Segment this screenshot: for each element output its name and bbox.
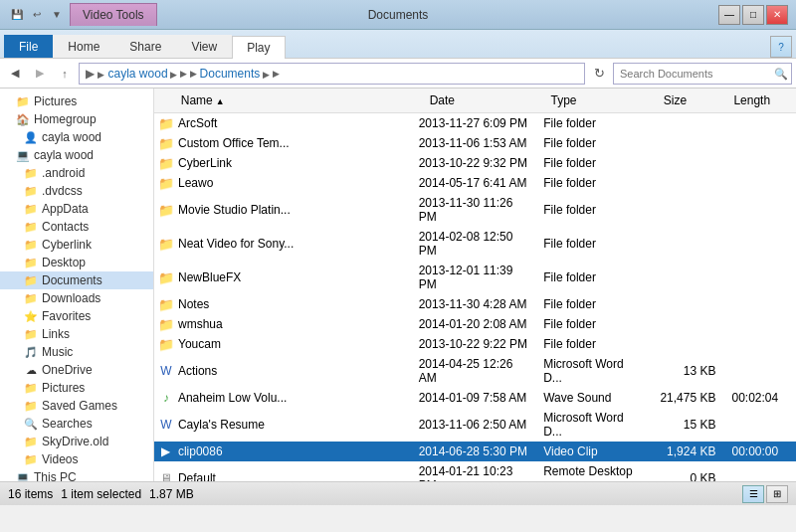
file-date: 2014-02-08 12:50 PM	[411, 228, 536, 260]
file-type: File folder	[535, 235, 652, 253]
sidebar-item-downloads[interactable]: 📁 Downloads	[0, 289, 153, 307]
back-button[interactable]: ◀	[4, 63, 26, 85]
col-header-date[interactable]: Date	[422, 90, 543, 110]
sidebar-label-cayla-computer: cayla wood	[34, 148, 94, 162]
path-cayla-wood[interactable]: cayla wood	[108, 67, 178, 81]
file-type: File folder	[535, 114, 652, 132]
user-icon: 👤	[24, 131, 38, 144]
tab-share[interactable]: Share	[114, 35, 176, 58]
sidebar-item-android[interactable]: 📁 .android	[0, 164, 153, 182]
search-input[interactable]	[613, 63, 792, 85]
table-row[interactable]: 📁 CyberLink 2013-10-22 9:32 PM File fold…	[154, 153, 796, 173]
large-icons-view-button[interactable]: ⊞	[766, 485, 788, 503]
file-type: File folder	[535, 154, 652, 172]
table-row[interactable]: ♪ Anaheim Low Volu... 2014-01-09 7:58 AM…	[154, 388, 796, 408]
file-name: Anaheim Low Volu...	[174, 389, 411, 407]
help-button[interactable]: ?	[770, 36, 792, 58]
col-header-size[interactable]: Size	[656, 90, 726, 110]
sidebar-item-onedrive[interactable]: ☁ OneDrive	[0, 361, 153, 379]
sidebar-item-skydrive[interactable]: 📁 SkyDrive.old	[0, 433, 153, 450]
table-row[interactable]: 📁 Notes 2013-11-30 4:28 AM File folder	[154, 294, 796, 314]
file-type: File folder	[535, 174, 652, 192]
qa-btn-2[interactable]: ↩	[28, 6, 46, 24]
sidebar-label-contacts: Contacts	[42, 220, 89, 234]
folder-icon: 📁	[24, 382, 38, 395]
file-size	[652, 161, 724, 165]
table-row[interactable]: W Actions 2014-04-25 12:26 AM Microsoft …	[154, 354, 796, 388]
onedrive-icon: ☁	[24, 364, 38, 377]
file-type: Remote Desktop ...	[535, 462, 652, 481]
table-row[interactable]: 📁 Leawo 2014-05-17 6:41 AM File folder	[154, 173, 796, 193]
file-size: 13 KB	[652, 362, 724, 380]
sidebar-item-cyberlink[interactable]: 📁 Cyberlink	[0, 236, 153, 254]
file-length	[723, 302, 796, 306]
tab-play[interactable]: Play	[232, 36, 285, 59]
table-row[interactable]: 📁 ArcSoft 2013-11-27 6:09 PM File folder	[154, 113, 796, 133]
folder-icon: 📁	[24, 400, 38, 413]
minimize-button[interactable]: —	[718, 5, 740, 25]
table-row[interactable]: 📁 Movie Studio Platin... 2013-11-30 11:2…	[154, 193, 796, 227]
table-row[interactable]: W Cayla's Resume 2013-11-06 2:50 AM Micr…	[154, 408, 796, 442]
sidebar-item-this-pc[interactable]: 💻 This PC	[0, 468, 153, 481]
refresh-button[interactable]: ↻	[588, 63, 610, 85]
sidebar-item-pictures-top[interactable]: 📁 Pictures	[0, 92, 153, 110]
sidebar-label-links: Links	[42, 327, 70, 341]
sidebar-label-this-pc: This PC	[34, 470, 77, 481]
close-button[interactable]: ✕	[766, 5, 788, 25]
file-name: CyberLink	[174, 154, 411, 172]
qa-btn-3[interactable]: ▼	[48, 6, 66, 24]
details-view-button[interactable]: ☰	[742, 485, 764, 503]
col-header-name[interactable]: Name▲	[173, 90, 422, 110]
up-button[interactable]: ↑	[54, 63, 76, 85]
sidebar-item-pictures[interactable]: 📁 Pictures	[0, 379, 153, 397]
sidebar-item-contacts[interactable]: 📁 Contacts	[0, 218, 153, 236]
sidebar-item-links[interactable]: 📁 Links	[0, 325, 153, 343]
sidebar-label-music: Music	[42, 345, 73, 359]
sidebar-item-dvdcss[interactable]: 📁 .dvdcss	[0, 182, 153, 200]
tab-home[interactable]: Home	[53, 35, 114, 58]
folder-icon: 📁	[24, 167, 38, 180]
table-row[interactable]: 📁 NewBlueFX 2013-12-01 11:39 PM File fol…	[154, 261, 796, 294]
file-date: 2013-11-06 2:50 AM	[411, 416, 536, 434]
file-date: 2014-04-25 12:26 AM	[411, 355, 536, 387]
table-row[interactable]: 📁 wmshua 2014-01-20 2:08 AM File folder	[154, 314, 796, 334]
title-bar: 💾 ↩ ▼ Video Tools Documents — □ ✕	[0, 0, 796, 30]
sidebar-item-saved-games[interactable]: 📁 Saved Games	[0, 397, 153, 415]
file-date: 2013-11-27 6:09 PM	[411, 114, 536, 132]
sidebar-item-searches[interactable]: 🔍 Searches	[0, 415, 153, 433]
table-row[interactable]: 🖥 Default 2014-01-21 10:23 PM Remote Des…	[154, 461, 796, 481]
folder-icon: 📁	[24, 328, 38, 341]
file-name: ArcSoft	[174, 114, 411, 132]
folder-icon: 📁	[24, 221, 38, 234]
qa-btn-1[interactable]: 💾	[8, 6, 26, 24]
path-documents[interactable]: Documents	[200, 67, 270, 81]
sidebar-item-cayla-computer[interactable]: 💻 cayla wood	[0, 146, 153, 164]
table-row[interactable]: 📁 Youcam 2013-10-22 9:22 PM File folder	[154, 334, 796, 354]
sidebar-item-music[interactable]: 🎵 Music	[0, 343, 153, 361]
file-type: File folder	[535, 315, 652, 333]
col-header-type[interactable]: Type	[542, 90, 655, 110]
file-type: Microsoft Word D...	[535, 355, 652, 387]
forward-button[interactable]: ▶	[29, 63, 51, 85]
sidebar-item-cayla-user[interactable]: 👤 cayla wood	[0, 128, 153, 146]
sidebar-item-documents[interactable]: 📁 Documents	[0, 271, 153, 289]
video-icon: ▶	[158, 444, 174, 458]
sidebar-item-homegroup[interactable]: 🏠 Homegroup	[0, 110, 153, 128]
folder-icon: 📁	[158, 297, 174, 312]
sidebar-item-desktop[interactable]: 📁 Desktop	[0, 254, 153, 271]
tab-view[interactable]: View	[176, 35, 232, 58]
file-type: File folder	[535, 295, 652, 313]
folder-icon: 📁	[24, 203, 38, 216]
table-row[interactable]: ▶ clip0086 2014-06-28 5:30 PM Video Clip…	[154, 442, 796, 461]
table-row[interactable]: 📁 Neat Video for Sony... 2014-02-08 12:5…	[154, 227, 796, 261]
sidebar-item-favorites[interactable]: ⭐ Favorites	[0, 307, 153, 325]
tab-file[interactable]: File	[4, 35, 53, 58]
sidebar-item-appdata[interactable]: 📁 AppData	[0, 200, 153, 218]
maximize-button[interactable]: □	[742, 5, 764, 25]
sidebar-label-desktop: Desktop	[42, 256, 86, 269]
table-row[interactable]: 📁 Custom Office Tem... 2013-11-06 1:53 A…	[154, 133, 796, 153]
address-path[interactable]: ▶ cayla wood ▶ Documents ▶	[79, 63, 585, 85]
sidebar-item-videos[interactable]: 📁 Videos	[0, 450, 153, 468]
file-length: 00:00:00	[723, 443, 796, 460]
col-header-length[interactable]: Length	[725, 90, 796, 110]
